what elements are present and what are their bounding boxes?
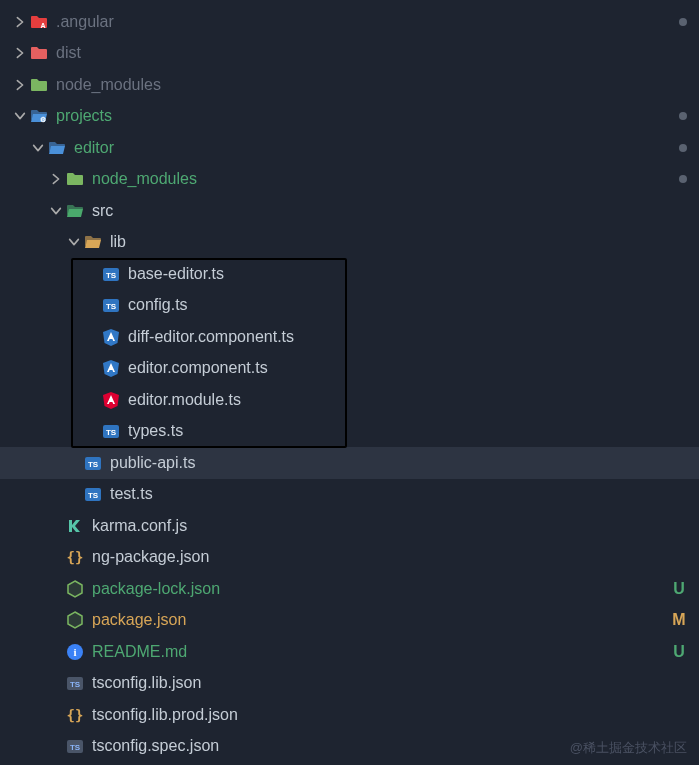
folder-blue-open-icon: ⚙	[30, 107, 48, 125]
file-label: tsconfig.lib.json	[92, 674, 687, 692]
folder-green-icon	[30, 76, 48, 94]
tree-row[interactable]: package.jsonM	[0, 605, 699, 637]
modified-dot-icon	[679, 144, 687, 152]
ts-icon	[84, 485, 102, 503]
file-label: dist	[56, 44, 687, 62]
file-tree: A.angulardistnode_modules⚙projectseditor…	[0, 0, 699, 762]
file-label: diff-editor.component.ts	[128, 328, 687, 346]
info-icon	[66, 643, 84, 661]
chevron-down-icon[interactable]	[48, 203, 64, 219]
angular-red-icon	[102, 391, 120, 409]
file-label: node_modules	[56, 76, 687, 94]
json-brace-icon	[66, 548, 84, 566]
tree-row[interactable]: editor.module.ts	[0, 384, 699, 416]
tree-row[interactable]: karma.conf.js	[0, 510, 699, 542]
tree-row[interactable]: node_modules	[0, 164, 699, 196]
watermark: @稀土掘金技术社区	[570, 739, 687, 757]
tsconfig-icon	[66, 737, 84, 755]
tree-row[interactable]: lib	[0, 227, 699, 259]
file-label: node_modules	[92, 170, 679, 188]
tree-row[interactable]: editor	[0, 132, 699, 164]
folder-src-open-icon	[66, 202, 84, 220]
chevron-down-icon[interactable]	[30, 140, 46, 156]
file-label: karma.conf.js	[92, 517, 687, 535]
file-label: base-editor.ts	[128, 265, 687, 283]
git-status-badge: U	[671, 580, 687, 598]
file-label: config.ts	[128, 296, 687, 314]
file-label: tsconfig.lib.prod.json	[92, 706, 687, 724]
modified-dot-icon	[679, 18, 687, 26]
file-label: package.json	[92, 611, 671, 629]
tree-row[interactable]: public-api.ts	[0, 447, 699, 479]
folder-angular-icon: A	[30, 13, 48, 31]
tree-row[interactable]: ng-package.json	[0, 542, 699, 574]
file-label: lib	[110, 233, 687, 251]
chevron-right-icon[interactable]	[48, 171, 64, 187]
file-label: public-api.ts	[110, 454, 687, 472]
modified-dot-icon	[679, 175, 687, 183]
tree-row[interactable]: ⚙projects	[0, 101, 699, 133]
git-status-badge: M	[671, 611, 687, 629]
tree-row[interactable]: config.ts	[0, 290, 699, 322]
file-label: projects	[56, 107, 679, 125]
tree-row[interactable]: tsconfig.lib.json	[0, 668, 699, 700]
tsconfig-icon	[66, 674, 84, 692]
tree-row[interactable]: dist	[0, 38, 699, 70]
json-brace-icon	[66, 706, 84, 724]
chevron-down-icon[interactable]	[66, 234, 82, 250]
chevron-right-icon[interactable]	[12, 45, 28, 61]
tree-row[interactable]: package-lock.jsonU	[0, 573, 699, 605]
tree-row[interactable]: node_modules	[0, 69, 699, 101]
file-label: src	[92, 202, 687, 220]
git-status-badge: U	[671, 643, 687, 661]
angular-blue-icon	[102, 359, 120, 377]
svg-text:⚙: ⚙	[40, 116, 46, 123]
karma-icon	[66, 517, 84, 535]
file-label: ng-package.json	[92, 548, 687, 566]
file-label: README.md	[92, 643, 671, 661]
chevron-right-icon[interactable]	[12, 77, 28, 93]
svg-text:A: A	[40, 22, 45, 29]
file-label: test.ts	[110, 485, 687, 503]
modified-dot-icon	[679, 112, 687, 120]
chevron-down-icon[interactable]	[12, 108, 28, 124]
file-label: types.ts	[128, 422, 687, 440]
file-label: editor.component.ts	[128, 359, 687, 377]
ts-icon	[102, 296, 120, 314]
tree-row[interactable]: src	[0, 195, 699, 227]
tree-row[interactable]: diff-editor.component.ts	[0, 321, 699, 353]
file-label: editor	[74, 139, 679, 157]
file-label: package-lock.json	[92, 580, 671, 598]
folder-red-icon	[30, 44, 48, 62]
chevron-right-icon[interactable]	[12, 14, 28, 30]
folder-yellow-open-icon	[84, 233, 102, 251]
node-icon	[66, 611, 84, 629]
tree-row[interactable]: base-editor.ts	[0, 258, 699, 290]
ts-icon	[84, 454, 102, 472]
tree-row[interactable]: editor.component.ts	[0, 353, 699, 385]
tree-row[interactable]: types.ts	[0, 416, 699, 448]
file-label: editor.module.ts	[128, 391, 687, 409]
folder-open-icon	[48, 139, 66, 157]
angular-blue-icon	[102, 328, 120, 346]
tree-row[interactable]: A.angular	[0, 6, 699, 38]
folder-green-icon	[66, 170, 84, 188]
node-icon	[66, 580, 84, 598]
file-label: .angular	[56, 13, 679, 31]
tree-row[interactable]: test.ts	[0, 479, 699, 511]
tree-row[interactable]: tsconfig.lib.prod.json	[0, 699, 699, 731]
tree-row[interactable]: README.mdU	[0, 636, 699, 668]
ts-icon	[102, 422, 120, 440]
ts-icon	[102, 265, 120, 283]
